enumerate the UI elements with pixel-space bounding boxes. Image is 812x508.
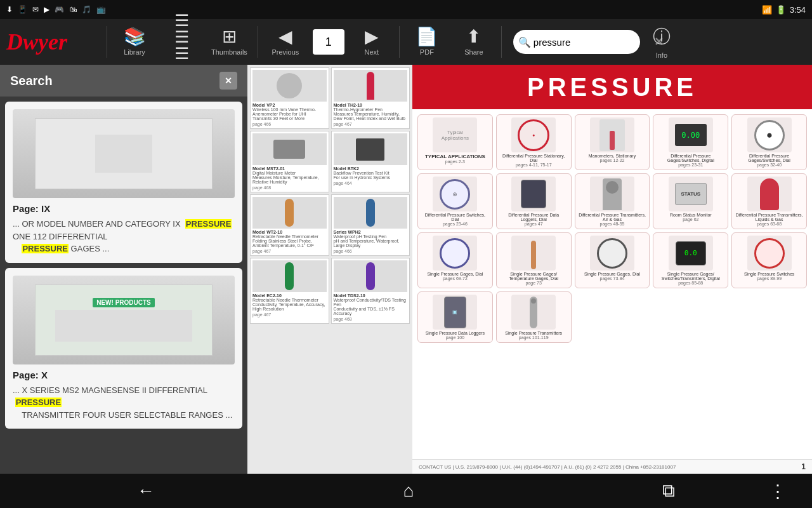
result-2-text-after: TRANSMITTER FOUR USER SELECTABLE RANGES … — [13, 410, 232, 420]
product-name-vp2: Model VP2 — [252, 103, 327, 107]
pressure-cell-manometer[interactable]: Manometers, Stationary pages 12-22 — [575, 114, 650, 170]
cell-diff-digital-label: Differential Pressure Gages/Switches, Di… — [656, 154, 725, 163]
library-label: Library — [124, 48, 145, 56]
product-thumb-vp2: Model VP2 Wireless 100 mm Vane Thermo-An… — [250, 67, 329, 129]
product-page-ec2: page 467 — [252, 312, 327, 317]
product-name-mst2: Model MST2-01 — [252, 166, 327, 171]
app-logo: Dwyer — [6, 29, 67, 55]
phone-status-icon: 📱 — [18, 5, 27, 14]
product-thumb-wt2: Model WT2-10 Retractable Needle Thermome… — [250, 194, 329, 256]
cell-trans-lq-label: Differential Pressure Transmitters, Liqu… — [735, 213, 804, 222]
product-page-btk2: page 464 — [334, 181, 408, 185]
product-desc-ec2: Retractable Needle ThermometerConductivi… — [252, 298, 327, 311]
product-desc-wt2: Retractable Needle ThermometerFolding St… — [252, 234, 327, 248]
cell-manometer-label: Manometers, Stationary — [589, 154, 636, 158]
result-1-text-after: GAGES ... — [69, 244, 109, 253]
share-button[interactable]: ⬆ Share — [452, 22, 496, 62]
cell-single-switches-label: Single Pressure Switches — [744, 272, 794, 276]
pressure-cell-single-dial[interactable]: Single Pressure Gages, Dial pages 69-72 — [417, 232, 493, 288]
back-nav-button[interactable]: ← — [124, 476, 167, 506]
cell-single-dial-page: pages 69-72 — [443, 276, 468, 281]
product-thumb-btk2: Model BTK2 Backflow Prevention Test KitF… — [331, 131, 410, 192]
cell-switches-page: pages 23-46 — [443, 222, 468, 226]
product-name-ec2: Model EC2-10 — [252, 293, 327, 298]
document-area: Model VP2 Wireless 100 mm Vane Thermo-An… — [247, 65, 812, 474]
info-label: Info — [656, 51, 667, 59]
product-page-vp2: page 466 — [252, 122, 327, 126]
pdf-button[interactable]: 📄 PDF — [405, 22, 449, 62]
pressure-cell-single-switches[interactable]: Single Pressure Switches pages 89-99 — [731, 232, 807, 288]
cell-single-dial2-page: pages 73-84 — [600, 276, 625, 281]
pressure-cell-single-loggers[interactable]: ▣ Single Pressure Data Loggers page 100 — [417, 291, 493, 343]
status-bar-icons: ⬇ 📱 ✉ ▶ 🎮 🛍 🎵 📺 — [6, 5, 106, 14]
menu-nav-button[interactable]: ⋮ — [756, 476, 799, 507]
media2-status-icon: 📺 — [96, 5, 106, 14]
product-desc-th2: Thermo-Hygrometer PenMeasures Temperatur… — [334, 107, 408, 121]
pressure-cell-single-digital[interactable]: 0.0 Single Pressure Gages/ Switches/Tran… — [653, 232, 728, 288]
previous-button[interactable]: ◀ Previous — [263, 22, 308, 62]
search-panel-header: Search × — [0, 65, 247, 97]
pressure-main-page: PRESSURE Typical Applications TYPICAL AP… — [412, 65, 812, 474]
pressure-cell-room-status[interactable]: STATUS Room Status Monitor page 62 — [653, 173, 728, 229]
cell-typical-label: TYPICAL APPLICATIONS — [425, 154, 485, 159]
home-nav-button[interactable]: ⌂ — [391, 476, 427, 506]
pressure-cell-diff-stat[interactable]: ● Differential Pressure Stationary, Dial… — [496, 114, 572, 170]
contents-icon: ☰☰☰ — [174, 12, 189, 62]
pressure-cell-data-loggers[interactable]: Differential Pressure Data Loggers, Dial… — [496, 173, 572, 229]
cell-loggers-label: Differential Pressure Data Loggers, Dial — [499, 213, 568, 222]
cell-trans-lq-page: pages 63-68 — [757, 222, 782, 226]
product-name-wph2: Series WPH2 — [334, 230, 408, 234]
cell-single-temp-label: Single Pressure Gages/ Temperature Gages… — [499, 272, 568, 281]
next-button[interactable]: ▶ Next — [350, 22, 394, 62]
gmail-status-icon: ✉ — [32, 5, 39, 14]
pressure-cell-typical[interactable]: Typical Applications TYPICAL APPLICATION… — [417, 114, 493, 170]
pressure-cell-single-transmitters[interactable]: Single Pressure Transmitters pages 101-1… — [496, 291, 572, 343]
pressure-cell-diff-dial[interactable]: ⬤ Differential Pressure Gages/Switches, … — [731, 114, 807, 170]
play-status-icon: ▶ — [44, 5, 49, 14]
product-page-mst2: page 468 — [252, 185, 327, 190]
search-result-2[interactable]: NEW! PRODUCTS Page: X ... X SERIES MS2 M… — [5, 268, 242, 429]
cell-switches-label: Differential Pressure Switches, Dial — [421, 213, 490, 222]
pressure-cell-single-temp[interactable]: Single Pressure Gages/ Temperature Gages… — [496, 232, 572, 288]
search-results-list: Page: IX ... OR MODEL NUMBER AND CATEGOR… — [0, 97, 247, 474]
result-thumb-1 — [13, 109, 235, 198]
left-document-page: Model VP2 Wireless 100 mm Vane Thermo-An… — [247, 65, 412, 474]
pressure-cell-single-dial2[interactable]: Single Pressure Gages, Dial pages 73-84 — [575, 232, 650, 288]
product-name-th2: Model TH2-10 — [334, 103, 408, 107]
cell-room-status-page: page 62 — [683, 217, 698, 222]
pressure-cell-trans-lq[interactable]: Differential Pressure Transmitters, Liqu… — [731, 173, 807, 229]
result-2-text: ... X SERIES MS2 MAGNESENSE II DIFFERENT… — [13, 384, 235, 422]
thumbnails-button[interactable]: ⊞ Thumbnails — [206, 22, 252, 62]
info-button[interactable]: ⓘ Info — [643, 22, 681, 62]
page-number-input[interactable] — [316, 36, 341, 49]
contents-button[interactable]: ☰☰☰ Contents — [159, 22, 204, 62]
product-page-wph2: page 466 — [334, 249, 408, 253]
product-thumb-mst2: Model MST2-01 Digital Moisture MeterMeas… — [250, 131, 329, 192]
product-desc-mst2: Digital Moisture MeterMeasures Moisture,… — [252, 171, 327, 184]
next-label: Next — [365, 48, 379, 56]
cell-trans-ag-page: pages 48-55 — [600, 222, 625, 226]
search-close-button[interactable]: × — [219, 72, 237, 90]
pressure-cell-diff-switches[interactable]: ◎ Differential Pressure Switches, Dial p… — [417, 173, 493, 229]
cell-single-trans-label: Single Pressure Transmitters — [505, 331, 562, 335]
search-bar-container: 🔍 ✕ — [513, 30, 640, 54]
result-1-page: Page: IX — [13, 203, 235, 214]
pressure-cell-diff-digital[interactable]: 0.00 Differential Pressure Gages/Switche… — [653, 114, 728, 170]
previous-label: Previous — [272, 48, 299, 56]
logo-area: Dwyer — [6, 29, 102, 55]
search-input[interactable] — [534, 37, 654, 48]
product-thumb-tds2: Model TDS2-10 Waterproof Conductivity/TD… — [331, 258, 410, 324]
footer-contact: CONTACT US | U.S. 219/879-8000 | U.K. (4… — [419, 464, 676, 470]
status-bar: ⬇ 📱 ✉ ▶ 🎮 🛍 🎵 📺 📶 🔋 3:54 — [0, 0, 812, 19]
product-desc-wph2: Waterproof pH Testing PenpH and Temperat… — [334, 234, 408, 248]
library-button[interactable]: 📚 Library — [112, 22, 157, 62]
pressure-cell-transmitters-ag[interactable]: Differential Pressure Transmitters, Air … — [575, 173, 650, 229]
apps-nav-button[interactable]: ⧉ — [650, 476, 688, 507]
cell-single-digital-label: Single Pressure Gages/ Switches/Transmit… — [656, 272, 725, 281]
cell-loggers-page: pages 47 — [525, 222, 543, 226]
toolbar: Dwyer 📚 Library ☰☰☰ Contents ⊞ Thumbnail… — [0, 19, 812, 65]
previous-icon: ◀ — [278, 28, 292, 46]
search-icon: 🔍 — [518, 36, 531, 48]
search-result-1[interactable]: Page: IX ... OR MODEL NUMBER AND CATEGOR… — [5, 102, 242, 263]
cell-manometer-page: pages 12-22 — [600, 158, 625, 163]
